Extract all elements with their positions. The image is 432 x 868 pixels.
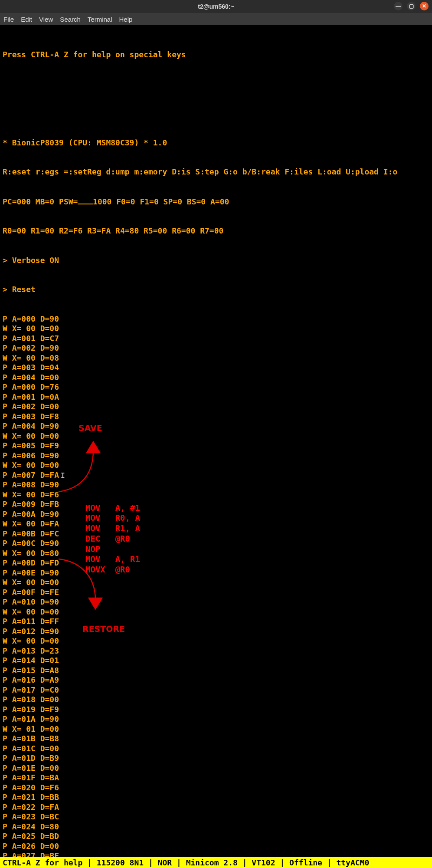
trace-line: P A=006 D=90: [3, 451, 429, 461]
trace-line: P A=00C D=90: [3, 539, 429, 549]
trace-line: W X= 00 D=00: [3, 324, 429, 334]
trace-line: P A=021 D=BB: [3, 792, 429, 802]
terminal-viewport[interactable]: Press CTRL-A Z for help on special keys …: [0, 25, 432, 868]
trace-line: W X= 00 D=00: [3, 431, 429, 441]
trace-line: P A=01E D=00: [3, 763, 429, 773]
help-hint: Press CTRL-A Z for help on special keys: [3, 50, 429, 60]
menu-bar: File Edit View Search Terminal Help: [0, 13, 432, 25]
trace-line: W X= 00 D=00: [3, 636, 429, 646]
trace-line: P A=01C D=00: [3, 744, 429, 754]
trace-line: P A=025 D=BD: [3, 832, 429, 842]
trace-line: P A=01D D=B9: [3, 753, 429, 763]
emulator-banner: * BionicP8039 (CPU: MSM80C39) * 1.0: [3, 138, 429, 148]
minimize-icon: —: [396, 3, 401, 9]
trace-line: P A=00A D=90: [3, 510, 429, 519]
trace-line: W X= 00 D=00: [3, 607, 429, 617]
trace-line: P A=011 D=FF: [3, 617, 429, 627]
trace-line: P A=001 D=C7: [3, 334, 429, 344]
trace-line: P A=004 D=90: [3, 421, 429, 431]
trace-line: P A=016 D=A9: [3, 675, 429, 685]
window-titlebar: t2@um560:~ — ▢ ✕: [0, 0, 432, 13]
trace-line: P A=003 D=F8: [3, 412, 429, 422]
trace-line: P A=023 D=BC: [3, 812, 429, 822]
trace-line: W X= 00 D=00: [3, 460, 429, 470]
help-commands: R:eset r:egs =:setReg d:ump m:emory D:is…: [3, 167, 429, 177]
trace-line: P A=010 D=90: [3, 597, 429, 607]
trace-line: W X= 00 D=00: [3, 578, 429, 588]
trace-line: P A=004 D=00: [3, 373, 429, 383]
trace-line: W X= 01 D=00: [3, 724, 429, 734]
menu-edit[interactable]: Edit: [21, 16, 32, 23]
trace-line: P A=000 D=90: [3, 314, 429, 324]
window-close-button[interactable]: ✕: [420, 2, 429, 10]
trace-line: P A=007 D=FA: [3, 470, 429, 480]
trace-line: P A=00B D=FC: [3, 529, 429, 539]
trace-line: P A=026 D=00: [3, 842, 429, 852]
trace-line: P A=015 D=A8: [3, 666, 429, 676]
minicom-status-bar: CTRL-A Z for help | 115200 8N1 | NOR | M…: [0, 857, 432, 868]
trace-line: P A=002 D=00: [3, 402, 429, 412]
window-title: t2@um560:~: [198, 3, 234, 10]
trace-line: P A=012 D=90: [3, 627, 429, 637]
psw-line-1: PC=000 MB=0 PSW=1000 F0=0 F1=0 SP=0 BS=0…: [3, 197, 429, 207]
trace-line: P A=018 D=00: [3, 695, 429, 705]
close-icon: ✕: [422, 3, 426, 9]
trace-line: P A=014 D=01: [3, 656, 429, 666]
trace-line: P A=019 D=F9: [3, 705, 429, 715]
trace-line: P A=008 D=90: [3, 480, 429, 490]
trace-line: W X= 00 D=F6: [3, 490, 429, 500]
window-minimize-button[interactable]: —: [394, 2, 403, 10]
trace-line: P A=024 D=80: [3, 822, 429, 832]
trace-line: P A=01F D=BA: [3, 773, 429, 783]
trace-line: P A=017 D=C0: [3, 685, 429, 695]
trace-line: P A=00E D=90: [3, 568, 429, 578]
trace-line: P A=00D D=FD: [3, 558, 429, 568]
trace-line: P A=002 D=90: [3, 343, 429, 353]
menu-view[interactable]: View: [39, 16, 53, 23]
trace-line: P A=01B D=B8: [3, 734, 429, 744]
menu-help[interactable]: Help: [119, 16, 133, 23]
trace-line: P A=009 D=FB: [3, 500, 429, 510]
registers-line: R0=00 R1=00 R2=F6 R3=FA R4=80 R5=00 R6=0…: [3, 226, 429, 236]
maximize-icon: ▢: [409, 3, 414, 9]
trace-line: P A=00F D=FE: [3, 588, 429, 598]
menu-search[interactable]: Search: [60, 16, 81, 23]
trace-line: P A=003 D=04: [3, 363, 429, 373]
trace-line: W X= 00 D=FA: [3, 519, 429, 529]
trace-line: W X= 00 D=08: [3, 353, 429, 363]
trace-line: P A=01A D=90: [3, 714, 429, 724]
trace-line: P A=005 D=F9: [3, 441, 429, 451]
window-maximize-button[interactable]: ▢: [407, 2, 416, 10]
psw-blank: [78, 197, 93, 204]
annotation-save-label: SAVE: [79, 423, 102, 434]
trace-line: P A=000 D=76: [3, 382, 429, 392]
menu-file[interactable]: File: [3, 16, 14, 23]
trace-line: P A=022 D=FA: [3, 802, 429, 812]
menu-terminal[interactable]: Terminal: [88, 16, 112, 23]
verbose-line: > Verbose ON: [3, 256, 429, 266]
reset-line: > Reset: [3, 285, 429, 295]
trace-line: P A=001 D=0A: [3, 392, 429, 402]
trace-line: P A=013 D=23: [3, 646, 429, 656]
annotation-restore-label: RESTORE: [82, 624, 125, 635]
trace-line: P A=020 D=F6: [3, 783, 429, 793]
trace-output: P A=000 D=90W X= 00 D=00P A=001 D=C7P A=…: [3, 314, 429, 868]
trace-line: W X= 00 D=80: [3, 549, 429, 559]
text-cursor-icon: I: [61, 471, 65, 480]
